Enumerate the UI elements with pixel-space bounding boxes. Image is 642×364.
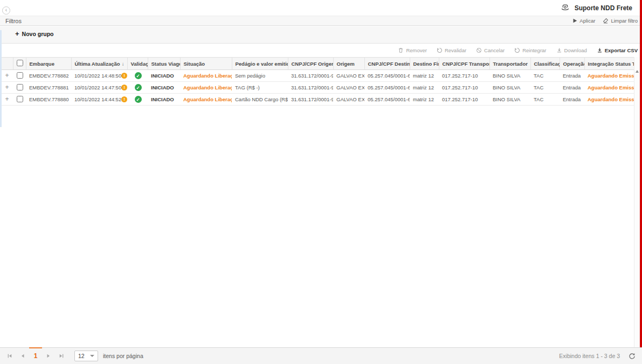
cell-situacao: Aguardando Liberação [180, 70, 232, 82]
cell-situacao: Aguardando Liberação [180, 82, 232, 94]
cell-situacao: Aguardando Liberação [180, 94, 232, 106]
col-embarque[interactable]: Embarque [26, 58, 71, 70]
shipments-grid: Embarque Última Atualização↓ Validação S… [0, 57, 634, 106]
next-page-button[interactable] [42, 348, 55, 364]
cell-origem: GALVAO EXPORT... [333, 82, 364, 94]
col-pedagio[interactable]: Pedágio e valor emitido [232, 58, 288, 70]
plus-icon: + [15, 31, 19, 37]
expand-row-button[interactable]: + [5, 72, 9, 79]
chevron-left-icon [20, 353, 25, 359]
warning-icon: ! [121, 85, 127, 90]
cell-status-viagem: INICIADO [148, 70, 180, 82]
filters-title: Filtros [5, 18, 22, 24]
cell-operacao: Entrada [560, 70, 584, 82]
cell-cnpj-destino: 05.257.045/0001-60 [364, 94, 410, 106]
grid-toolbar: Remover Revalidar Cancelar Reintegrar Do… [0, 44, 638, 57]
cell-embarque: EMBDEV.778882 [26, 70, 71, 82]
chevron-right-icon [46, 353, 51, 359]
cell-status-viagem: INICIADO [148, 82, 180, 94]
filters-header: Filtros Aplicar Limpar filtro [0, 16, 642, 26]
apply-filter-label: Aplicar [579, 18, 595, 24]
check-circle-icon: ✓ [135, 72, 142, 79]
vertical-scrollbar[interactable] [634, 57, 640, 347]
cell-destino-final: matriz 12 [410, 94, 439, 106]
download-button[interactable]: Download [556, 47, 587, 53]
cell-ultima-atualizacao: 10/01/2022 14:44:52! [71, 94, 127, 106]
top-bar: Suporte NDD Frete [0, 0, 642, 16]
cell-validacao: ✓ [127, 82, 148, 94]
cell-origem: GALVAO EXPORT... [333, 70, 364, 82]
row-checkbox[interactable] [17, 72, 23, 79]
last-page-icon [59, 353, 64, 359]
expand-row-button[interactable]: + [5, 83, 9, 91]
row-checkbox[interactable] [17, 84, 23, 90]
first-page-button[interactable] [3, 348, 16, 364]
row-checkbox[interactable] [17, 96, 23, 102]
reintegrate-button[interactable]: Reintegrar [514, 47, 546, 53]
cell-integracao-status: Aguardando Emissão [584, 70, 634, 82]
col-validacao[interactable]: Validação [127, 58, 148, 70]
eraser-icon [603, 18, 609, 24]
page-size-value: 12 [78, 353, 85, 359]
cell-classificacao: TAC [530, 82, 560, 94]
col-transportador[interactable]: Transportador [489, 58, 530, 70]
last-page-button[interactable] [55, 348, 68, 364]
prev-page-button[interactable] [16, 348, 29, 364]
cell-cnpj-transportador: 017.252.717-10 [439, 94, 489, 106]
col-ultima-atualizacao[interactable]: Última Atualização↓ [71, 58, 127, 70]
col-status-viagem[interactable]: Status Viagem [148, 58, 180, 70]
cell-origem: GALVAO EXPORT... [333, 94, 364, 106]
revalidate-button[interactable]: Revalidar [437, 47, 466, 53]
trash-icon [398, 47, 404, 53]
cancel-button[interactable]: Cancelar [476, 47, 505, 53]
first-page-icon [7, 353, 12, 359]
col-situacao[interactable]: Situação [180, 58, 232, 70]
cancel-label: Cancelar [484, 47, 505, 53]
support-link[interactable]: Suporte NDD Frete [561, 3, 632, 12]
clear-filter-label: Limpar filtro [611, 18, 638, 24]
grid-header-row: Embarque Última Atualização↓ Validação S… [0, 58, 634, 70]
col-cnpj-destino[interactable]: CNPJ/CPF Destino F... [364, 58, 410, 70]
cell-cnpj-origem: 31.631.172/0001-97 [288, 94, 333, 106]
page-1-button[interactable]: 1 [29, 348, 42, 364]
col-origem[interactable]: Origem [333, 58, 364, 70]
collapse-panel-button[interactable]: ‹ [2, 6, 10, 15]
current-page-indicator [29, 347, 42, 348]
select-all-checkbox[interactable] [17, 60, 23, 66]
col-destino-final[interactable]: Destino Final [410, 58, 439, 70]
support-hands-icon [561, 3, 570, 12]
cell-transportador: BINO SILVA [489, 82, 530, 94]
new-group-button[interactable]: + Novo grupo [15, 31, 54, 37]
sort-desc-icon: ↓ [122, 61, 125, 67]
col-integracao-status[interactable]: Integração Status TMS [584, 58, 634, 70]
clear-filter-button[interactable]: Limpar filtro [603, 18, 638, 24]
refresh-button[interactable] [629, 353, 636, 360]
revalidate-label: Revalidar [445, 47, 466, 53]
new-group-label: Novo grupo [22, 31, 54, 37]
cell-cnpj-destino: 05.257.045/0001-60 [364, 82, 410, 94]
items-per-page-label: itens por página [103, 353, 143, 359]
cell-validacao: ✓ [127, 94, 148, 106]
cell-transportador: BINO SILVA [489, 94, 530, 106]
table-row[interactable]: + EMBDEV.778880 10/01/2022 14:44:52! ✓ I… [0, 94, 634, 106]
col-cnpj-origem[interactable]: CNPJ/CPF Origem [288, 58, 333, 70]
chevron-down-icon [90, 355, 94, 357]
remove-button[interactable]: Remover [398, 47, 427, 53]
warning-icon: ! [121, 73, 127, 79]
cell-ultima-atualizacao: 10/01/2022 14:48:50! [71, 70, 127, 82]
export-csv-button[interactable]: Exportar CSV [597, 47, 638, 53]
col-cnpj-transportador[interactable]: CNPJ/CPF Transportador [439, 58, 489, 70]
apply-filter-button[interactable]: Aplicar [572, 18, 595, 24]
cell-ultima-atualizacao: 10/01/2022 14:47:50! [71, 82, 127, 94]
page-size-select[interactable]: 12 [74, 351, 98, 361]
table-row[interactable]: + EMBDEV.778882 10/01/2022 14:48:50! ✓ I… [0, 70, 634, 82]
col-classificacao[interactable]: Classificação [530, 58, 560, 70]
cancel-icon [476, 47, 482, 53]
cell-destino-final: matriz 12 [410, 82, 439, 94]
table-row[interactable]: + EMBDEV.778881 10/01/2022 14:47:50! ✓ I… [0, 82, 634, 94]
refresh-icon [514, 47, 520, 53]
cell-operacao: Entrada [560, 82, 584, 94]
expand-row-button[interactable]: + [5, 95, 9, 103]
col-operacao[interactable]: Operação [560, 58, 584, 70]
scroll-up-icon[interactable] [636, 70, 639, 73]
